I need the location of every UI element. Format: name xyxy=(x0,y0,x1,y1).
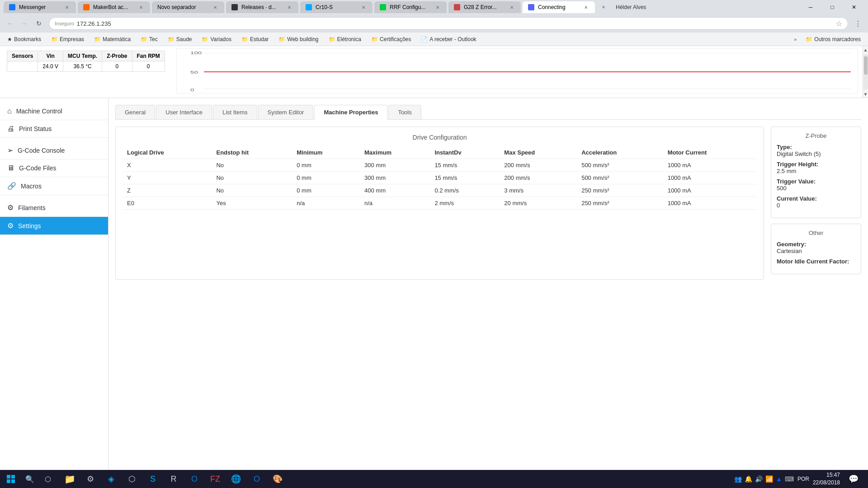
tab-user-interface[interactable]: User Interface xyxy=(156,105,212,119)
bookmark-star-icon[interactable]: ☆ xyxy=(836,19,842,28)
volume-icon[interactable]: 🔊 xyxy=(755,475,763,483)
zprobe-current-value-value: 0 xyxy=(777,202,855,209)
bookmarks-more-button[interactable]: » xyxy=(791,36,799,43)
language-indicator: POR xyxy=(797,476,809,482)
forward-button[interactable]: → xyxy=(18,17,31,30)
dropbox-icon[interactable]: ▲ xyxy=(776,475,782,483)
scroll-thumb[interactable] xyxy=(864,56,868,75)
tab-general[interactable]: General xyxy=(115,105,155,119)
svg-rect-8 xyxy=(7,479,10,483)
sidebar-item-settings[interactable]: ⚙ Settings xyxy=(0,217,108,235)
people-taskbar-icon[interactable]: 👥 xyxy=(734,475,742,483)
tab-close-makerbot[interactable]: ✕ xyxy=(137,4,145,11)
tab-close-cr10[interactable]: ✕ xyxy=(360,4,367,11)
minimize-button[interactable]: ─ xyxy=(800,0,821,14)
tab-close-releases[interactable]: ✕ xyxy=(286,4,293,11)
taskbar-app-filezilla[interactable]: FZ xyxy=(205,470,225,488)
bookmark-variados[interactable]: 📁 Variados xyxy=(198,35,235,43)
tab-makerbot[interactable]: MakerBot ac... ✕ xyxy=(78,1,150,13)
taskbar-app-paint[interactable]: 🎨 xyxy=(268,470,288,488)
tab-list-items[interactable]: List Items xyxy=(213,105,257,119)
taskbar-app-outlook2[interactable]: O xyxy=(247,470,267,488)
tab-favicon-connecting xyxy=(528,4,534,10)
max-x: 300 mm xyxy=(360,159,430,172)
close-button[interactable]: ✕ xyxy=(844,0,864,14)
keyboard-icon[interactable]: ⌨ xyxy=(785,475,794,483)
bookmark-tec[interactable]: 📁 Tec xyxy=(137,35,161,43)
scroll-up-arrow[interactable]: ▲ xyxy=(863,46,868,53)
tab-favicon-makerbot xyxy=(83,4,90,10)
bookmark-label: Matemática xyxy=(103,36,131,42)
taskbar-app-chrome[interactable]: 🌐 xyxy=(226,470,246,488)
accel-e0: 250 mm/s² xyxy=(577,197,663,210)
maximize-button[interactable]: □ xyxy=(822,0,843,14)
taskbar-app-r[interactable]: R xyxy=(164,470,184,488)
scroll-down-arrow[interactable]: ▼ xyxy=(863,90,868,98)
taskbar-app-cortana[interactable]: ⬡ xyxy=(38,470,58,488)
bookmark-estudar[interactable]: 📁 Estudar xyxy=(238,35,272,43)
back-button[interactable]: ← xyxy=(4,17,16,30)
max-e0: n/a xyxy=(360,197,430,210)
taskbar-app-outlook[interactable]: O xyxy=(184,470,204,488)
bookmark-saude[interactable]: 📁 Saude xyxy=(164,35,196,43)
geometry-value: Cartesian xyxy=(777,248,855,254)
tab-machine-properties[interactable]: Machine Properties xyxy=(314,105,387,120)
svg-text:50: 50 xyxy=(190,70,198,75)
col-maximum: Maximum xyxy=(360,146,430,159)
notifications-icon[interactable]: 🔔 xyxy=(745,475,752,483)
sidebar-item-macros[interactable]: 🔗 Macros xyxy=(0,177,108,195)
tab-close-messenger[interactable]: ✕ xyxy=(63,4,71,11)
tab-tools[interactable]: Tools xyxy=(388,105,421,119)
sidebar-item-gcode-console[interactable]: ➢ G-Code Console xyxy=(0,141,108,160)
browser-menu-button[interactable]: ⋮ xyxy=(852,17,864,30)
zprobe-trigger-height-item: Trigger Height: 2.5 mm xyxy=(777,161,855,174)
bookmark-outlook[interactable]: 📄 A receber - Outlook xyxy=(417,35,480,43)
url-bar[interactable]: Inseguro 172.26.1.235 ☆ xyxy=(49,17,848,30)
tab-close-connecting[interactable]: ✕ xyxy=(582,4,590,11)
tab-close-g28[interactable]: ✕ xyxy=(508,4,515,11)
sidebar-item-filaments[interactable]: ⚙ Filaments xyxy=(0,199,108,217)
endstop-e0: Yes xyxy=(212,197,292,210)
search-button[interactable]: 🔍 xyxy=(22,470,38,488)
bookmark-other[interactable]: 📁 Outros marcadores xyxy=(802,35,864,43)
tab-connecting[interactable]: Connecting ✕ xyxy=(523,1,595,13)
svg-rect-7 xyxy=(11,475,15,479)
search-icon: 🔍 xyxy=(25,475,34,483)
bookmark-empresas[interactable]: 📁 Empresas xyxy=(47,35,88,43)
tab-novo[interactable]: Novo separador ✕ xyxy=(152,1,224,13)
taskbar-app-skype[interactable]: S xyxy=(143,470,163,488)
bookmark-label: Tec xyxy=(149,36,158,42)
taskbar-app-unknown[interactable]: ⬡ xyxy=(122,470,142,488)
action-center-button[interactable]: 💬 xyxy=(844,470,863,488)
sidebar-item-print-status[interactable]: 🖨 Print Status xyxy=(0,120,108,138)
new-tab-button[interactable]: + xyxy=(597,1,610,13)
network-icon[interactable]: 📶 xyxy=(765,475,773,483)
tab-favicon-rrf xyxy=(380,4,386,10)
taskbar-app-steam[interactable]: ⚙ xyxy=(80,470,100,488)
bookmark-bookmarks[interactable]: ★ Bookmarks xyxy=(4,35,45,43)
drive-config-title: Drive Configuration xyxy=(123,134,757,141)
tab-system-editor[interactable]: System Editor xyxy=(258,105,314,119)
taskbar-app-3d[interactable]: ◈ xyxy=(101,470,121,488)
tab-cr10[interactable]: Cr10-S ✕ xyxy=(300,1,373,13)
drive-config-table: Logical Drive Endstop hit Minimum Maximu… xyxy=(123,146,757,210)
tab-messenger[interactable]: Messenger ✕ xyxy=(4,1,76,13)
refresh-button[interactable]: ↻ xyxy=(33,17,45,30)
bookmark-matematica[interactable]: 📁 Matemática xyxy=(90,35,134,43)
tab-releases[interactable]: Releases · d... ✕ xyxy=(226,1,298,13)
col-max-speed: Max Speed xyxy=(500,146,577,159)
scroll-track[interactable] xyxy=(863,54,868,89)
tab-close-rrf[interactable]: ✕ xyxy=(434,4,441,11)
bookmark-web-building[interactable]: 📁 Web building xyxy=(275,35,322,43)
page-scrollbar[interactable]: ▲ ▼ xyxy=(863,46,868,98)
sidebar-item-gcode-files[interactable]: 🖥 G-Code Files xyxy=(0,160,108,177)
bookmark-eletronica[interactable]: 📁 Elétronica xyxy=(325,35,365,43)
sidebar-item-machine-control[interactable]: ⌂ Machine Control xyxy=(0,103,108,120)
start-button[interactable] xyxy=(0,470,22,488)
col-motor-current: Motor Current xyxy=(663,146,757,159)
taskbar-app-files[interactable]: 📁 xyxy=(60,470,80,488)
tab-close-novo[interactable]: ✕ xyxy=(212,4,219,11)
tab-rrf[interactable]: RRF Configu... ✕ xyxy=(374,1,447,13)
tab-g28[interactable]: G28 Z Error... ✕ xyxy=(448,1,521,13)
bookmark-certificacoes[interactable]: 📁 Certificações xyxy=(368,35,415,43)
